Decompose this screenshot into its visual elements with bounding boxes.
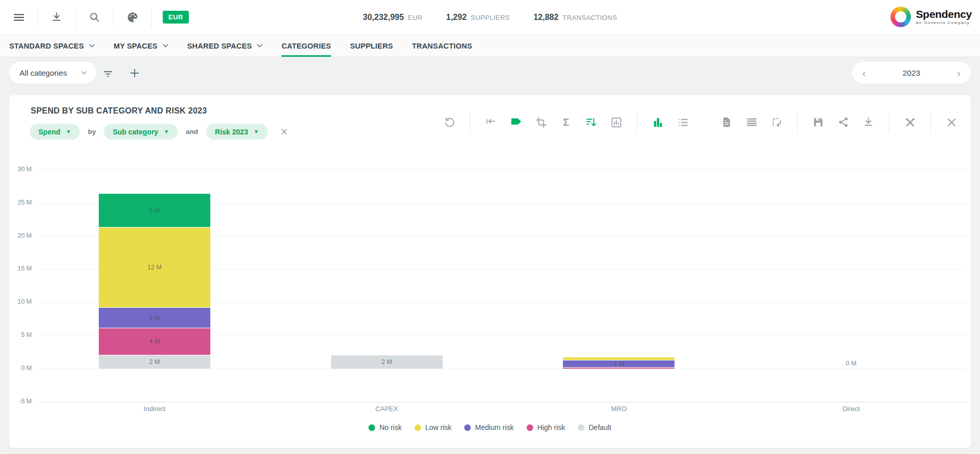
legend-item-no-risk[interactable]: No risk	[368, 423, 402, 432]
bar-segment-default[interactable]: 2 M	[331, 355, 443, 369]
secondary-dimension-chip[interactable]: Risk 2023▼	[206, 124, 268, 140]
tab-standard-spaces[interactable]: STANDARD SPACES	[9, 35, 95, 57]
stat-label: EUR	[408, 14, 423, 21]
connector-text: by	[88, 128, 96, 135]
tab-shared-spaces[interactable]: SHARED SPACES	[187, 35, 263, 57]
divider	[637, 111, 637, 133]
connector-text: and	[186, 128, 198, 135]
bar-segment-default[interactable]: 2 M	[99, 355, 210, 369]
tab-label: CATEGORIES	[281, 42, 331, 50]
bar-segment-high-risk[interactable]	[563, 368, 674, 369]
download-chart-button[interactable]	[862, 116, 875, 128]
bar-segment-medium-risk[interactable]: 3 M	[99, 308, 210, 328]
chart-column-capex[interactable]: 2 MCAPEX	[271, 148, 503, 440]
stat-label: TRANSACTIONS	[562, 14, 617, 21]
tab-label: STANDARD SPACES	[9, 42, 84, 50]
tools-icon	[904, 117, 916, 128]
aggregate-button[interactable]: Σ	[560, 116, 572, 128]
chip-label: Spend	[38, 128, 60, 136]
label-button[interactable]	[510, 116, 522, 128]
chevron-down-icon	[257, 44, 263, 48]
bar-segment-low-risk[interactable]: 12 M	[99, 228, 210, 307]
search-icon	[89, 11, 100, 23]
chip-label: Risk 2023	[215, 128, 248, 136]
theme-button[interactable]	[114, 0, 151, 34]
stacked-bar-chart[interactable]: 2 M4 M3 M12 M5 MIndirect2 MCAPEX1 MMRO0 …	[9, 148, 971, 440]
bar-stack[interactable]: 2 M4 M3 M12 M5 M	[99, 194, 210, 369]
settings-tools-button[interactable]	[904, 116, 916, 128]
chart-column-indirect[interactable]: 2 M4 M3 M12 M5 MIndirect	[38, 148, 271, 440]
segment-value-label: 2 M	[149, 358, 160, 366]
logo-tagline: An Onventis Company	[916, 20, 972, 25]
chart-title: SPEND BY SUB CATEGORY AND RISK 2023	[31, 106, 207, 116]
bar-stack[interactable]: 2 M	[331, 355, 443, 369]
sort-button[interactable]	[585, 116, 597, 128]
legend-dot-icon	[464, 424, 471, 431]
dimension-chip[interactable]: Sub category▼	[104, 124, 178, 140]
tab-my-spaces[interactable]: MY SPACES	[114, 35, 168, 57]
palette-icon	[126, 11, 139, 24]
legend-dot-icon	[527, 424, 533, 431]
chart-config-chips: Spend▼ by Sub category▼ and Risk 2023▼	[30, 124, 289, 140]
share-button[interactable]	[837, 116, 850, 128]
arrow-to-left-icon	[485, 117, 496, 128]
legend-item-default[interactable]: Default	[578, 423, 611, 432]
search-button[interactable]	[76, 0, 113, 34]
tab-label: TRANSACTIONS	[412, 42, 472, 50]
bar-segment-low-risk[interactable]	[563, 357, 674, 360]
drilldown-back-button[interactable]	[485, 116, 497, 128]
bar-chart-icon	[652, 117, 664, 128]
tab-label: MY SPACES	[114, 42, 158, 50]
bar-segment-high-risk[interactable]: 4 M	[99, 328, 210, 355]
segment-value-label: 12 M	[147, 264, 162, 271]
caret-down-icon: ▼	[254, 129, 259, 134]
stat-value: 30,232,995	[363, 13, 404, 22]
divider	[151, 7, 151, 28]
chart-column-direct[interactable]: 0 MDirect	[735, 148, 967, 440]
bar-segment-medium-risk[interactable]: 1 M	[563, 360, 674, 367]
x-axis-category-label: CAPEX	[271, 405, 503, 413]
y-axis-tick: 15 M	[9, 265, 32, 272]
kpi-stats: 30,232,995 EUR 1,292 SUPPLIERS 12,882 TR…	[363, 0, 617, 34]
table-view-button[interactable]	[746, 116, 758, 128]
bar-chart-view-button[interactable]	[651, 116, 664, 128]
year-prev-button[interactable]: ‹	[862, 68, 866, 78]
legend-item-low-risk[interactable]: Low risk	[415, 423, 451, 432]
export-button[interactable]	[38, 0, 75, 34]
chart-card: SPEND BY SUB CATEGORY AND RISK 2023 Spen…	[9, 95, 971, 448]
measure-chip[interactable]: Spend▼	[30, 124, 80, 140]
tab-label: SUPPLIERS	[350, 42, 393, 50]
logo-ring-icon	[890, 7, 911, 27]
menu-button[interactable]	[0, 0, 37, 34]
list-view-button[interactable]	[677, 116, 689, 128]
remove-dimension-button[interactable]	[280, 127, 289, 136]
year-selector: ‹ 2023 ›	[852, 62, 971, 84]
stat-label: SUPPLIERS	[471, 14, 510, 21]
segment-value-label: 1 M	[614, 360, 624, 368]
tab-transactions[interactable]: TRANSACTIONS	[412, 35, 472, 57]
chart-settings-button[interactable]	[610, 116, 622, 128]
stat-suppliers: 1,292 SUPPLIERS	[446, 13, 510, 22]
bar-stack[interactable]: 1 M	[563, 357, 674, 369]
close-icon	[946, 117, 957, 128]
x-axis-category-label: Indirect	[38, 405, 271, 413]
legend-item-medium-risk[interactable]: Medium risk	[464, 423, 513, 432]
nav-tabs: STANDARD SPACES MY SPACES SHARED SPACES …	[0, 34, 980, 57]
filter-icon[interactable]	[102, 67, 114, 79]
year-next-button[interactable]: ›	[957, 68, 961, 78]
chart-column-mro[interactable]: 1 MMRO	[503, 148, 735, 440]
legend-item-high-risk[interactable]: High risk	[527, 423, 565, 432]
plus-icon[interactable]	[129, 67, 140, 79]
crop-button[interactable]	[535, 116, 547, 128]
pivot-button[interactable]	[771, 116, 783, 128]
save-button[interactable]	[812, 116, 824, 128]
currency-badge[interactable]: EUR	[163, 11, 189, 24]
chevron-down-icon	[81, 71, 87, 75]
bar-segment-no-risk[interactable]: 5 M	[99, 194, 210, 227]
report-button[interactable]	[721, 116, 733, 128]
refresh-button[interactable]	[443, 116, 455, 128]
tab-suppliers[interactable]: SUPPLIERS	[350, 35, 393, 57]
close-card-button[interactable]	[945, 116, 957, 128]
tab-categories[interactable]: CATEGORIES	[281, 35, 331, 57]
category-selector[interactable]: All categories	[9, 62, 96, 84]
